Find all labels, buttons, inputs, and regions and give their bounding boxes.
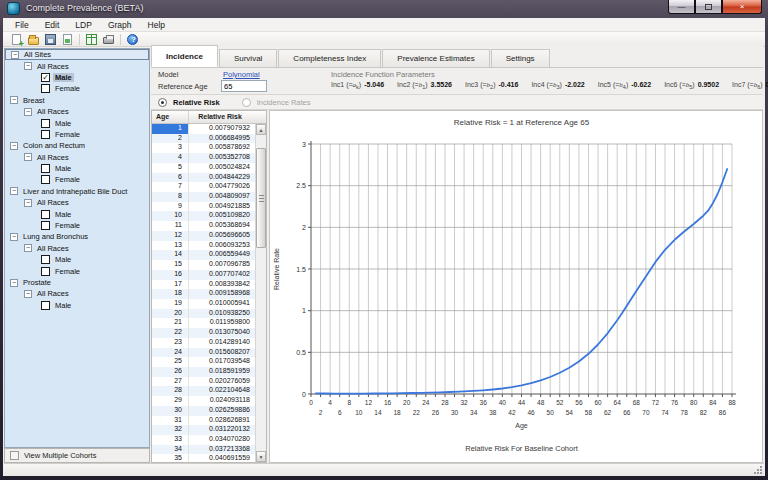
table-row-age-27[interactable]: 270.020276059 xyxy=(152,377,255,387)
relative-risk-cell[interactable]: 0.010005941 xyxy=(189,299,255,309)
age-cell[interactable]: 31 xyxy=(152,416,189,426)
table-row-age-33[interactable]: 330.034070280 xyxy=(152,435,255,445)
table-row-age-10[interactable]: 100.005109820 xyxy=(152,211,255,221)
relative-risk-cell[interactable]: 0.040691559 xyxy=(189,454,255,462)
tree-item-prostate[interactable]: −Prostate xyxy=(5,277,149,288)
table-row-age-34[interactable]: 340.037213368 xyxy=(152,445,255,455)
collapse-icon[interactable]: − xyxy=(10,187,18,195)
age-cell[interactable]: 27 xyxy=(152,377,189,387)
relative-risk-cell[interactable]: 0.004779026 xyxy=(189,182,255,192)
checkbox-unchecked[interactable] xyxy=(41,119,50,128)
age-cell[interactable]: 3 xyxy=(152,143,189,153)
tree-item-prostate-male[interactable]: Male xyxy=(5,300,149,311)
checkbox-unchecked[interactable] xyxy=(41,84,50,93)
table-row-age-8[interactable]: 80.004809097 xyxy=(152,192,255,202)
age-cell[interactable]: 26 xyxy=(152,367,189,377)
relative-risk-cell[interactable]: 0.009158968 xyxy=(189,289,255,299)
table-row-age-20[interactable]: 200.010938250 xyxy=(152,309,255,319)
tab-incidence[interactable]: Incidence xyxy=(151,45,218,67)
checkbox-unchecked[interactable] xyxy=(41,164,50,173)
table-row-age-35[interactable]: 350.040691559 xyxy=(152,454,255,462)
tree-item-liver-and-intrahepatic-bile-duct-all-races[interactable]: −All Races xyxy=(5,197,149,208)
relative-risk-cell[interactable]: 0.005109820 xyxy=(189,211,255,221)
tree-item-lung-and-bronchus-all-races[interactable]: −All Races xyxy=(5,243,149,254)
checkbox-unchecked[interactable] xyxy=(41,301,50,310)
collapse-icon[interactable]: − xyxy=(24,108,32,116)
table-row-age-2[interactable]: 20.006684995 xyxy=(152,134,255,144)
table-row-age-26[interactable]: 260.018591959 xyxy=(152,367,255,377)
maximize-button[interactable] xyxy=(695,0,722,14)
table-row-age-5[interactable]: 50.005024824 xyxy=(152,163,255,173)
relative-risk-cell[interactable]: 0.005878692 xyxy=(189,143,255,153)
collapse-icon[interactable]: − xyxy=(24,290,32,298)
tree-item-all-sites[interactable]: −All Sites xyxy=(5,49,149,60)
checkbox-unchecked[interactable] xyxy=(41,130,50,139)
scrollbar-thumb[interactable] xyxy=(256,148,266,248)
relative-risk-cell[interactable]: 0.005368694 xyxy=(189,221,255,231)
table-row-age-29[interactable]: 290.024093118 xyxy=(152,396,255,406)
tree-item-all-sites-all-races[interactable]: −All Races xyxy=(5,60,149,71)
table-row-age-13[interactable]: 130.006093253 xyxy=(152,241,255,251)
age-cell[interactable]: 21 xyxy=(152,318,189,328)
relative-risk-cell[interactable]: 0.011959800 xyxy=(189,318,255,328)
relative-risk-cell[interactable]: 0.014289140 xyxy=(189,338,255,348)
tree-item-all-sites-male[interactable]: ✓Male xyxy=(5,72,149,83)
menu-ldp[interactable]: LDP xyxy=(67,19,100,31)
collapse-icon[interactable]: − xyxy=(10,233,18,241)
table-row-age-6[interactable]: 60.004844229 xyxy=(152,173,255,183)
model-value-link[interactable]: Polynomial xyxy=(223,70,260,79)
age-cell[interactable]: 33 xyxy=(152,435,189,445)
age-cell[interactable]: 29 xyxy=(152,396,189,406)
age-cell[interactable]: 30 xyxy=(152,406,189,416)
tab-survival[interactable]: Survival xyxy=(219,49,277,67)
relative-risk-cell[interactable]: 0.004809097 xyxy=(189,192,255,202)
relative-risk-cell[interactable]: 0.006684995 xyxy=(189,134,255,144)
tree-item-breast-male[interactable]: Male xyxy=(5,117,149,128)
relative-risk-cell[interactable]: 0.024093118 xyxy=(189,396,255,406)
age-cell[interactable]: 20 xyxy=(152,309,189,319)
scroll-up-icon[interactable]: ▲ xyxy=(256,124,266,135)
tree-item-liver-and-intrahepatic-bile-duct-female[interactable]: Female xyxy=(5,220,149,231)
age-cell[interactable]: 15 xyxy=(152,260,189,270)
relative-risk-cell[interactable]: 0.013075040 xyxy=(189,328,255,338)
collapse-icon[interactable]: − xyxy=(10,96,18,104)
checkbox-unchecked[interactable] xyxy=(41,175,50,184)
tab-completeness-index[interactable]: Completeness Index xyxy=(278,49,381,67)
age-cell[interactable]: 34 xyxy=(152,445,189,455)
relative-risk-radio[interactable] xyxy=(158,98,167,107)
age-cell[interactable]: 13 xyxy=(152,241,189,251)
age-cell[interactable]: 25 xyxy=(152,357,189,367)
age-cell[interactable]: 22 xyxy=(152,328,189,338)
relative-risk-cell[interactable]: 0.006559449 xyxy=(189,250,255,260)
table-row-age-31[interactable]: 310.028626891 xyxy=(152,416,255,426)
table-row-age-25[interactable]: 250.017039548 xyxy=(152,357,255,367)
collapse-icon[interactable]: − xyxy=(10,279,18,287)
table-row-age-32[interactable]: 320.031220132 xyxy=(152,425,255,435)
scroll-down-icon[interactable]: ▼ xyxy=(256,451,266,462)
age-cell[interactable]: 11 xyxy=(152,221,189,231)
save-button[interactable] xyxy=(42,32,59,46)
relative-risk-cell[interactable]: 0.010938250 xyxy=(189,309,255,319)
age-cell[interactable]: 4 xyxy=(152,153,189,163)
print-button[interactable] xyxy=(100,32,117,46)
minimize-button[interactable]: — xyxy=(668,0,695,14)
table-row-age-28[interactable]: 280.022104648 xyxy=(152,386,255,396)
relative-risk-cell[interactable]: 0.005696605 xyxy=(189,231,255,241)
table-row-age-1[interactable]: 10.007907932 xyxy=(152,124,255,134)
tree-item-all-sites-female[interactable]: Female xyxy=(5,83,149,94)
age-cell[interactable]: 7 xyxy=(152,182,189,192)
relative-risk-cell[interactable]: 0.005024824 xyxy=(189,163,255,173)
tab-settings[interactable]: Settings xyxy=(491,49,550,67)
collapse-icon[interactable]: − xyxy=(11,51,19,59)
export-button[interactable] xyxy=(83,32,100,46)
table-row-age-23[interactable]: 230.014289140 xyxy=(152,338,255,348)
tree-item-prostate-all-races[interactable]: −All Races xyxy=(5,288,149,299)
collapse-icon[interactable]: − xyxy=(24,62,32,70)
resize-grip[interactable] xyxy=(753,465,762,474)
checkbox-checked[interactable]: ✓ xyxy=(41,73,50,82)
table-row-age-15[interactable]: 150.007096785 xyxy=(152,260,255,270)
age-cell[interactable]: 18 xyxy=(152,289,189,299)
tree-item-breast-all-races[interactable]: −All Races xyxy=(5,106,149,117)
help-button[interactable] xyxy=(124,32,141,46)
relative-risk-cell[interactable]: 0.017039548 xyxy=(189,357,255,367)
